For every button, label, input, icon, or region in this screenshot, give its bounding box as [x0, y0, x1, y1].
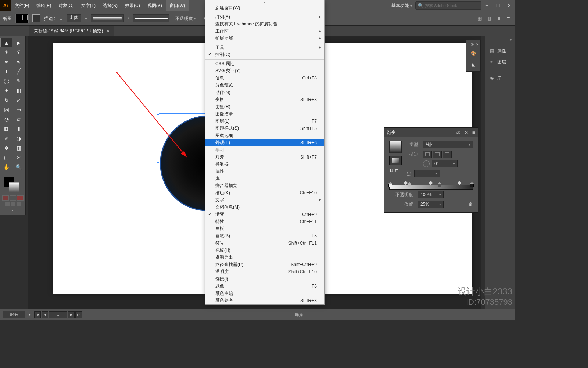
workspace-switcher[interactable]: 基本功能 — [388, 0, 415, 11]
dock-layers-button[interactable]: ≋图层 — [485, 56, 514, 67]
menu-item[interactable]: 颜色F6 — [205, 283, 324, 290]
gradient-stroke-preview[interactable] — [389, 156, 402, 165]
width-tool[interactable]: ⋈ — [0, 105, 12, 114]
menu-item[interactable]: 颜色主题 — [205, 290, 324, 297]
menu-effect[interactable]: 效果(C) — [121, 0, 144, 11]
screen-mode-button[interactable]: ⋯ — [0, 208, 25, 213]
panel-collapse-icon[interactable]: ≪ — [455, 130, 461, 135]
menu-item[interactable]: 变换Shift+F8 — [205, 96, 324, 103]
grid-icon[interactable]: ▦ — [476, 15, 483, 22]
shape-builder-tool[interactable]: ◔ — [0, 114, 12, 124]
hand-tool[interactable]: ✋ — [0, 162, 12, 172]
layout-icon[interactable]: ▥ — [486, 15, 492, 22]
menu-item[interactable]: 拼合器预览 — [205, 182, 324, 190]
fill-stroke-swatch[interactable] — [1, 176, 25, 194]
menu-item[interactable]: 符号Shift+Ctrl+F11 — [205, 240, 324, 247]
mesh-tool[interactable]: ▦ — [0, 124, 12, 134]
variable-width-profile[interactable] — [91, 14, 124, 22]
window-minimize[interactable]: ━ — [481, 0, 492, 11]
eyedropper-tool[interactable]: ✐ — [0, 134, 12, 143]
menu-file[interactable]: 文件(F) — [11, 0, 33, 11]
menu-item[interactable]: 图形样式(S)Shift+F5 — [205, 125, 324, 132]
stroke-gradient-modes[interactable] — [423, 151, 452, 158]
align-panel-icon[interactable]: ≡ — [495, 15, 502, 22]
menu-item[interactable]: 分色预览 — [205, 82, 324, 89]
scale-tool[interactable]: ⤢ — [12, 95, 25, 105]
dock-libraries-button[interactable]: ◉库 — [485, 72, 514, 84]
menu-item[interactable]: 色板(H) — [205, 247, 324, 254]
menu-item[interactable]: 透明度Shift+Ctrl+F10 — [205, 268, 324, 276]
menu-item[interactable]: 查找有关 Exchange 的扩展功能... — [205, 21, 324, 28]
ellipse-tool[interactable]: ◯ — [0, 76, 12, 86]
menu-item[interactable]: 文字 — [205, 197, 324, 204]
artboard-tool[interactable]: ▢ — [0, 153, 12, 162]
menu-item[interactable]: 排列(A) — [205, 14, 324, 21]
stock-search-input[interactable] — [425, 3, 479, 8]
color-mode-buttons[interactable] — [0, 195, 25, 201]
menu-item[interactable]: 信息Ctrl+F8 — [205, 75, 324, 82]
type-tool[interactable]: T — [0, 67, 12, 76]
menu-item[interactable]: 对齐Shift+F7 — [205, 153, 324, 161]
brush-definition[interactable] — [133, 14, 169, 22]
direct-selection-tool[interactable]: ▶ — [12, 38, 25, 47]
shaper-tool[interactable]: ✦ — [0, 86, 12, 95]
panel-menu-icon[interactable]: ≡ — [472, 130, 475, 135]
gradient-tool[interactable]: ▮ — [12, 124, 25, 134]
menu-view[interactable]: 视图(V) — [144, 0, 166, 11]
menu-item[interactable]: 资源导出 — [205, 254, 324, 261]
gradient-aspect-input[interactable] — [414, 170, 440, 177]
menu-item[interactable]: 工作区 — [205, 28, 324, 35]
menu-item[interactable]: 导航器 — [205, 161, 324, 168]
menu-item[interactable]: SVG 交互(Y) — [205, 67, 324, 75]
menu-item[interactable]: 新建窗口(W) — [205, 4, 324, 12]
gradient-position-input[interactable]: 25% — [418, 201, 444, 208]
gradient-angle-input[interactable]: 0° — [432, 160, 458, 167]
menu-item[interactable]: 控制(C) — [205, 51, 324, 59]
menu-select[interactable]: 选择(S) — [99, 0, 121, 11]
window-close[interactable]: ✕ — [503, 0, 514, 11]
zoom-dropdown-icon[interactable]: ▾ — [29, 313, 31, 316]
color-palette-icon[interactable]: 🎨 — [468, 49, 478, 57]
gradient-slider[interactable] — [389, 182, 473, 189]
menu-item[interactable]: 扩展功能 — [205, 35, 324, 42]
window-maximize[interactable]: ❐ — [492, 0, 503, 11]
perspective-tool[interactable]: ▱ — [12, 114, 25, 124]
menu-item[interactable]: 图层(L)F7 — [205, 118, 324, 125]
zoom-level[interactable]: 84% — [3, 311, 25, 318]
close-icon[interactable]: ✕ — [476, 42, 479, 46]
menu-object[interactable]: 对象(O) — [55, 0, 77, 11]
document-tab[interactable]: 未标题-1* @ 84% (RGB/GPU 预览) ✕ — [29, 26, 114, 36]
menu-item[interactable]: 链接(I) — [205, 276, 324, 283]
menu-item[interactable]: 图案选项 — [205, 132, 324, 139]
free-transform-tool[interactable]: ▭ — [12, 105, 25, 114]
graph-tool[interactable]: ▥ — [12, 143, 25, 153]
menu-item[interactable]: 渐变Ctrl+F9 — [205, 211, 324, 218]
menu-item[interactable]: 变量(R) — [205, 103, 324, 111]
stroke-dropdown-icon[interactable]: ▾ — [85, 16, 87, 21]
zoom-tool[interactable]: 🔍 — [12, 162, 25, 172]
dock-collapse-icon[interactable]: ≫ — [485, 36, 514, 43]
menu-item[interactable]: 画板 — [205, 225, 324, 233]
gradient-preview[interactable] — [389, 141, 402, 153]
menu-item[interactable]: 库 — [205, 175, 324, 183]
dock-properties-button[interactable]: ▤属性 — [485, 45, 514, 56]
stepper-down-icon[interactable]: ⌄ — [59, 16, 63, 21]
close-tab-icon[interactable]: ✕ — [107, 29, 110, 33]
menu-text[interactable]: 文字(T) — [78, 0, 99, 11]
gradient-type-dropdown[interactable]: 线性 — [423, 141, 473, 148]
selection-tool[interactable]: ▲ — [0, 38, 12, 47]
artboard-nav[interactable]: ⏮◀1▶⏭ — [34, 311, 82, 318]
reverse-gradient-icon[interactable]: ⇄ — [395, 167, 398, 173]
menu-item[interactable]: 图像描摹 — [205, 110, 324, 118]
panel-close-icon[interactable]: ✕ — [464, 130, 469, 135]
stroke-width-input[interactable]: 1 pt — [67, 14, 81, 22]
menu-item[interactable]: 描边(K)Ctrl+F10 — [205, 190, 324, 197]
menu-item[interactable]: 工具 — [205, 44, 324, 52]
symbol-sprayer-tool[interactable]: ✲ — [0, 143, 12, 153]
paintbrush-tool[interactable]: ✎ — [12, 76, 25, 86]
menu-item[interactable]: CSS 属性 — [205, 60, 324, 68]
menu-item[interactable]: 外观(E)Shift+F6 — [205, 139, 324, 146]
eraser-tool[interactable]: ◧ — [12, 86, 25, 95]
gradient-tool-icon[interactable]: ◧ — [389, 167, 393, 173]
menu-window[interactable]: 窗口(W) — [166, 0, 189, 11]
